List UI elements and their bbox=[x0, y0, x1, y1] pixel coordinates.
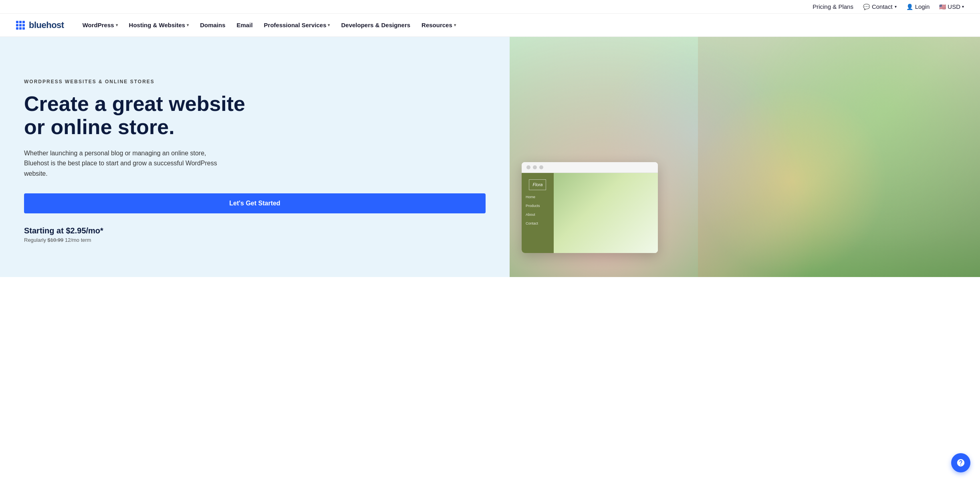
nav-item-domains[interactable]: Domains bbox=[194, 18, 231, 32]
browser-dot-1 bbox=[526, 165, 530, 169]
hero-title: Create a great website or online store. bbox=[24, 92, 486, 138]
nav-item-professional-services[interactable]: Professional Services ▾ bbox=[258, 18, 336, 32]
contact-icon: 💬 bbox=[863, 4, 870, 10]
browser-dot-2 bbox=[533, 165, 537, 169]
nav-items: WordPress ▾ Hosting & Websites ▾ Domains… bbox=[77, 18, 964, 32]
currency-link[interactable]: 🇺🇸 USD ▾ bbox=[939, 3, 964, 10]
hero-subtitle: Whether launching a personal blog or man… bbox=[24, 148, 232, 179]
pricing-plans-link[interactable]: Pricing & Plans bbox=[813, 3, 853, 10]
browser-mockup: Flora Home Products About Contact bbox=[522, 162, 658, 253]
wordpress-chevron-icon: ▾ bbox=[116, 23, 118, 27]
nav-item-developers[interactable]: Developers & Designers bbox=[335, 18, 416, 32]
hero-left: WORDPRESS WEBSITES & ONLINE STORES Creat… bbox=[0, 37, 510, 277]
browser-main-area bbox=[554, 173, 658, 253]
browser-sidebar: Flora Home Products About Contact bbox=[522, 173, 554, 253]
browser-nav-home: Home bbox=[526, 195, 550, 199]
hosting-chevron-icon: ▾ bbox=[187, 23, 189, 27]
browser-dot-3 bbox=[539, 165, 543, 169]
get-started-button[interactable]: Let's Get Started bbox=[24, 193, 486, 213]
main-nav: bluehost WordPress ▾ Hosting & Websites … bbox=[0, 14, 980, 37]
pricing-info: Starting at $2.95/mo* Regularly $10.99 1… bbox=[24, 226, 486, 243]
flag-icon: 🇺🇸 bbox=[939, 4, 946, 10]
user-icon: 👤 bbox=[906, 4, 913, 10]
contact-chevron-icon: ▾ bbox=[895, 4, 897, 9]
nav-item-email[interactable]: Email bbox=[231, 18, 258, 32]
hero-eyebrow: WORDPRESS WEBSITES & ONLINE STORES bbox=[24, 79, 486, 84]
logo-grid-icon bbox=[16, 21, 25, 30]
login-link[interactable]: 👤 Login bbox=[906, 3, 930, 10]
hero-section: WORDPRESS WEBSITES & ONLINE STORES Creat… bbox=[0, 37, 980, 277]
logo-area[interactable]: bluehost bbox=[16, 20, 64, 30]
browser-nav-about: About bbox=[526, 213, 550, 217]
nav-item-hosting[interactable]: Hosting & Websites ▾ bbox=[123, 18, 195, 32]
original-price: $10.99 bbox=[48, 237, 64, 243]
flora-logo: Flora bbox=[529, 179, 546, 190]
nav-item-wordpress[interactable]: WordPress ▾ bbox=[77, 18, 123, 32]
logo-text: bluehost bbox=[29, 20, 64, 30]
resources-chevron-icon: ▾ bbox=[454, 23, 456, 27]
hero-right: Flora Home Products About Contact bbox=[510, 37, 980, 277]
browser-nav-products: Products bbox=[526, 204, 550, 208]
browser-titlebar bbox=[522, 162, 658, 173]
nav-item-resources[interactable]: Resources ▾ bbox=[416, 18, 462, 32]
prof-services-chevron-icon: ▾ bbox=[328, 23, 330, 27]
top-bar: Pricing & Plans 💬 Contact ▾ 👤 Login 🇺🇸 U… bbox=[0, 0, 980, 14]
pricing-main: Starting at $2.95/mo* bbox=[24, 226, 486, 235]
pricing-sub: Regularly $10.99 12/mo term bbox=[24, 237, 486, 243]
hero-person-image bbox=[698, 37, 980, 277]
contact-link[interactable]: 💬 Contact ▾ bbox=[863, 3, 897, 10]
currency-chevron-icon: ▾ bbox=[962, 4, 964, 9]
browser-content: Flora Home Products About Contact bbox=[522, 173, 658, 253]
browser-nav-contact: Contact bbox=[526, 221, 550, 225]
